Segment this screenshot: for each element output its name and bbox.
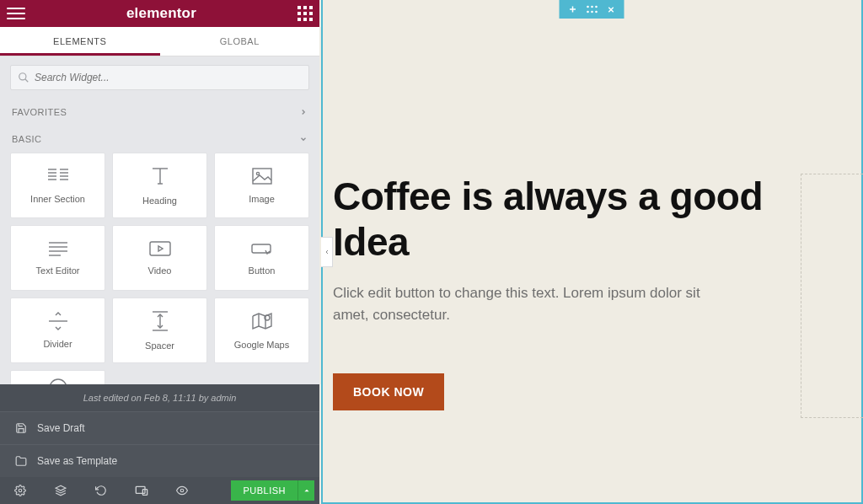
svg-point-34 xyxy=(180,489,184,492)
text-editor-icon xyxy=(47,240,69,257)
save-icon xyxy=(15,422,27,434)
navigator-button[interactable] xyxy=(40,477,81,504)
widget-divider[interactable]: Divider xyxy=(10,298,105,363)
widget-label: Button xyxy=(249,265,276,276)
apps-icon[interactable] xyxy=(297,6,313,21)
layers-icon xyxy=(55,485,67,496)
divider-icon xyxy=(47,312,69,330)
heading-icon xyxy=(149,165,171,187)
section-label: FAVORITES xyxy=(12,107,67,117)
save-draft-item[interactable]: Save Draft xyxy=(0,411,319,444)
spacer-icon xyxy=(151,310,169,332)
preview-canvas[interactable]: Coffee is always a good Idea Click edit … xyxy=(319,0,863,504)
svg-point-42 xyxy=(591,11,593,13)
widget-image[interactable]: Image xyxy=(214,153,309,218)
drag-section-handle[interactable] xyxy=(586,5,598,13)
editor-panel: elementor ELEMENTS GLOBAL FAVORITES BASI… xyxy=(0,0,319,504)
image-placeholder[interactable] xyxy=(801,174,863,418)
widget-text-editor[interactable]: Text Editor xyxy=(10,225,105,291)
widget-spacer[interactable]: Spacer xyxy=(112,298,207,363)
svg-point-39 xyxy=(591,6,593,8)
svg-marker-35 xyxy=(304,490,308,492)
button-icon xyxy=(250,240,274,257)
search-icon xyxy=(18,72,29,83)
chevron-down-icon xyxy=(299,135,308,143)
headline-text[interactable]: Coffee is always a good Idea xyxy=(333,174,829,265)
section-content: Coffee is always a good Idea Click edit … xyxy=(333,174,829,410)
devices-icon xyxy=(135,485,148,496)
inner-section-icon xyxy=(46,167,70,185)
panel-tabs: ELEMENTS GLOBAL xyxy=(0,27,319,56)
search-input[interactable] xyxy=(35,72,302,83)
video-icon xyxy=(148,240,172,257)
history-button[interactable] xyxy=(81,477,121,504)
section-label: BASIC xyxy=(12,134,42,144)
flyout-label: Save as Template xyxy=(37,455,117,467)
chevron-right-icon xyxy=(299,108,308,116)
settings-button[interactable] xyxy=(0,477,40,504)
section-favorites[interactable]: FAVORITES xyxy=(0,99,319,126)
flyout-label: Save Draft xyxy=(37,422,85,434)
collapse-panel-tab[interactable] xyxy=(321,237,333,267)
widget-button[interactable]: Button xyxy=(214,225,309,291)
widget-label: Spacer xyxy=(145,340,174,351)
widget-label: Divider xyxy=(43,339,72,349)
widget-label: Inner Section xyxy=(30,194,85,204)
history-icon xyxy=(95,485,107,496)
svg-point-40 xyxy=(595,6,598,8)
gear-icon xyxy=(14,485,26,496)
svg-point-38 xyxy=(587,6,589,8)
folder-icon xyxy=(15,455,27,467)
svg-rect-21 xyxy=(252,244,271,253)
svg-marker-31 xyxy=(56,485,66,491)
panel-footer: PUBLISH xyxy=(0,477,319,504)
widget-label: Video xyxy=(148,265,172,276)
map-icon xyxy=(251,311,273,331)
save-options-flyout: Last edited on Feb 8, 11:11 by admin Sav… xyxy=(0,384,319,477)
svg-line-1 xyxy=(25,79,29,83)
widget-label: Image xyxy=(249,194,275,204)
svg-rect-19 xyxy=(150,242,170,255)
chevron-left-icon xyxy=(324,248,330,256)
tab-elements[interactable]: ELEMENTS xyxy=(0,27,160,56)
widget-label: Heading xyxy=(142,196,177,206)
panel-header: elementor xyxy=(0,0,319,27)
svg-point-0 xyxy=(19,73,26,80)
menu-icon[interactable] xyxy=(7,4,25,23)
preview-button[interactable] xyxy=(162,477,202,504)
widget-label: Google Maps xyxy=(234,340,289,350)
svg-point-14 xyxy=(256,172,259,174)
svg-point-43 xyxy=(595,11,598,13)
delete-section-button[interactable] xyxy=(606,5,615,14)
tab-global[interactable]: GLOBAL xyxy=(160,27,320,56)
image-icon xyxy=(251,167,273,185)
section-handle xyxy=(559,0,624,19)
add-section-button[interactable] xyxy=(567,4,577,14)
section-basic[interactable]: BASIC xyxy=(0,126,319,153)
search-box xyxy=(10,65,309,90)
svg-point-41 xyxy=(587,11,589,13)
widget-heading[interactable]: Heading xyxy=(112,153,207,218)
widget-label: Text Editor xyxy=(36,265,80,276)
plus-icon xyxy=(567,4,577,14)
eye-icon xyxy=(175,485,189,496)
widget-inner-section[interactable]: Inner Section xyxy=(10,153,105,218)
grip-icon xyxy=(586,5,598,13)
svg-marker-20 xyxy=(158,246,163,251)
svg-rect-13 xyxy=(253,169,271,184)
widget-video[interactable]: Video xyxy=(112,225,207,291)
subtext[interactable]: Click edit button to change this text. L… xyxy=(333,282,729,327)
widget-google-maps[interactable]: Google Maps xyxy=(214,298,309,363)
responsive-button[interactable] xyxy=(121,477,162,504)
caret-up-icon xyxy=(303,487,310,494)
cta-button[interactable]: BOOK NOW xyxy=(333,373,444,410)
save-template-item[interactable]: Save as Template xyxy=(0,444,319,477)
last-edited-meta: Last edited on Feb 8, 11:11 by admin xyxy=(0,384,319,411)
brand-logo: elementor xyxy=(126,5,196,22)
close-icon xyxy=(606,5,615,14)
widgets-grid: Inner Section Heading Image Text Editor … xyxy=(0,153,319,412)
svg-point-30 xyxy=(19,489,22,492)
publish-options-caret[interactable] xyxy=(297,480,314,501)
publish-button[interactable]: PUBLISH xyxy=(231,480,297,501)
